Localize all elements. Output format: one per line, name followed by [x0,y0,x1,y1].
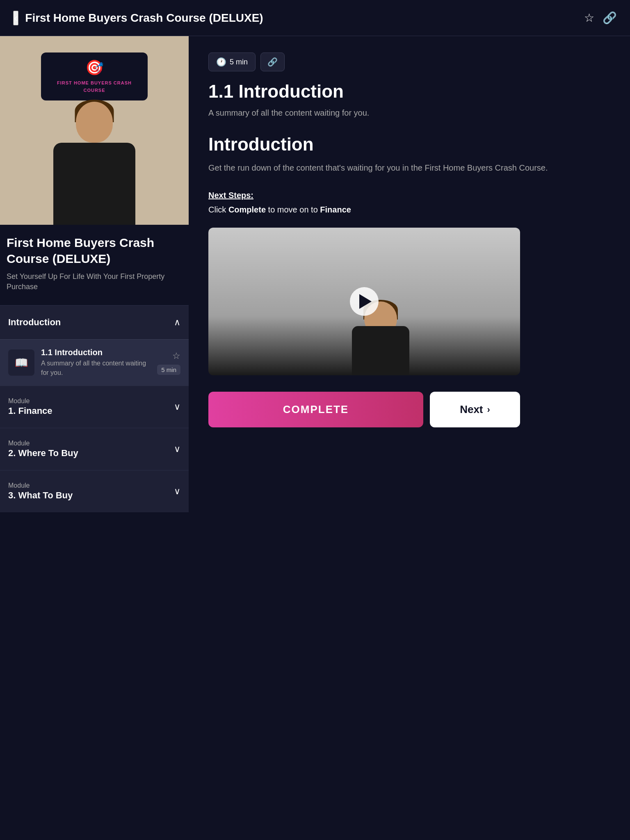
module2-sub: Module [8,440,78,447]
bookmark-button[interactable]: ☆ [584,11,594,25]
section-heading: Introduction [208,134,610,155]
chevron-up-icon: ∧ [174,317,180,328]
logo-box: 🎯 FIRST HOME BUYERS CRASH COURSE [41,52,148,100]
next-steps-text-1: Click [208,205,228,214]
header-icons: ☆ 🔗 [584,11,617,25]
module1-label: 1. Finance [8,406,52,416]
share-button[interactable]: 🔗 [603,11,617,25]
course-thumbnail: 🎯 FIRST HOME BUYERS CRASH COURSE [0,36,189,225]
play-button[interactable] [350,287,379,316]
module3-section: Module 3. What To Buy ∨ [0,470,189,512]
action-buttons: COMPLETE Next › [208,392,520,427]
logo-text: FIRST HOME BUYERS CRASH COURSE [57,80,132,93]
module2-header[interactable]: Module 2. Where To Buy ∨ [0,428,189,470]
lesson-meta: ☆ 5 min [157,351,180,375]
header: ‹ First Home Buyers Crash Course (DELUXE… [0,0,630,36]
complete-button[interactable]: COMPLETE [208,392,423,427]
lesson-icon-box: 📖 [8,349,34,376]
book-icon: 📖 [15,356,28,369]
module1-header[interactable]: Module 1. Finance ∨ [0,386,189,428]
complete-bold: Complete [228,205,266,214]
lesson-title: 1.1 Introduction [41,348,151,357]
next-label: Next [460,403,483,416]
lesson-item-1-1[interactable]: 📖 1.1 Introduction A summary of all the … [0,339,189,386]
next-steps-text-2: to move on to [266,205,320,214]
module2-label: 2. Where To Buy [8,448,78,459]
module3-sub: Module [8,482,73,489]
back-button[interactable]: ‹ [13,11,18,25]
section-body: Get the run down of the content that's w… [208,161,610,174]
play-triangle-icon [359,294,372,309]
lesson-desc: A summary of all the content waiting for… [41,359,151,377]
sidebar-modules: Introduction ∧ 📖 1.1 Introduction A summ… [0,305,189,840]
module3-header[interactable]: Module 3. What To Buy ∨ [0,470,189,512]
header-left: ‹ First Home Buyers Crash Course (DELUXE… [13,11,263,25]
duration-badge: 5 min [157,365,180,375]
next-arrow-icon: › [487,404,490,415]
person-body [53,143,135,225]
module1-text: Module 1. Finance [8,397,52,416]
next-steps-text: Click Complete to move on to Finance [208,205,610,215]
module2-section: Module 2. Where To Buy ∨ [0,428,189,470]
module2-text: Module 2. Where To Buy [8,440,78,459]
introduction-section: Introduction ∧ 📖 1.1 Introduction A summ… [0,305,189,386]
module3-label: 3. What To Buy [8,490,73,501]
star-icon[interactable]: ☆ [172,351,180,361]
lesson-summary: A summary of all the content waiting for… [208,108,610,118]
chevron-down-icon-1: ∨ [174,402,180,412]
video-container [208,228,520,375]
time-badge: 🕐 5 min [208,52,256,71]
introduction-header[interactable]: Introduction ∧ [0,306,189,339]
next-steps-label: Next Steps: [208,191,610,200]
video-person-body [352,326,409,375]
person-figure [37,102,152,225]
clock-icon: 🕐 [216,57,226,67]
right-panel: 🕐 5 min 🔗 1.1 Introduction A summary of … [189,36,630,840]
next-button[interactable]: Next › [430,392,520,427]
module3-text: Module 3. What To Buy [8,482,73,501]
header-title: First Home Buyers Crash Course (DELUXE) [25,11,263,25]
introduction-label: Introduction [8,317,61,328]
logo-icon: 🎯 [51,59,138,76]
course-subtitle: Set Yourself Up For Life With Your First… [7,272,182,292]
chevron-down-icon-3: ∨ [174,486,180,497]
lesson-header-meta: 🕐 5 min 🔗 [208,52,610,71]
course-title: First Home Buyers Crash Course (DELUXE) [7,235,182,267]
link-button[interactable]: 🔗 [260,52,285,71]
chevron-down-icon-2: ∨ [174,444,180,454]
lesson-main-title: 1.1 Introduction [208,81,610,102]
course-info: First Home Buyers Crash Course (DELUXE) … [0,225,189,299]
finance-bold: Finance [320,205,351,214]
module1-sub: Module [8,397,52,405]
main-layout: 🎯 FIRST HOME BUYERS CRASH COURSE First H… [0,36,630,840]
left-panel: 🎯 FIRST HOME BUYERS CRASH COURSE First H… [0,36,189,840]
module1-section: Module 1. Finance ∨ [0,386,189,428]
person-head [76,102,113,143]
time-value: 5 min [230,58,248,66]
lesson-info: 1.1 Introduction A summary of all the co… [41,348,151,377]
